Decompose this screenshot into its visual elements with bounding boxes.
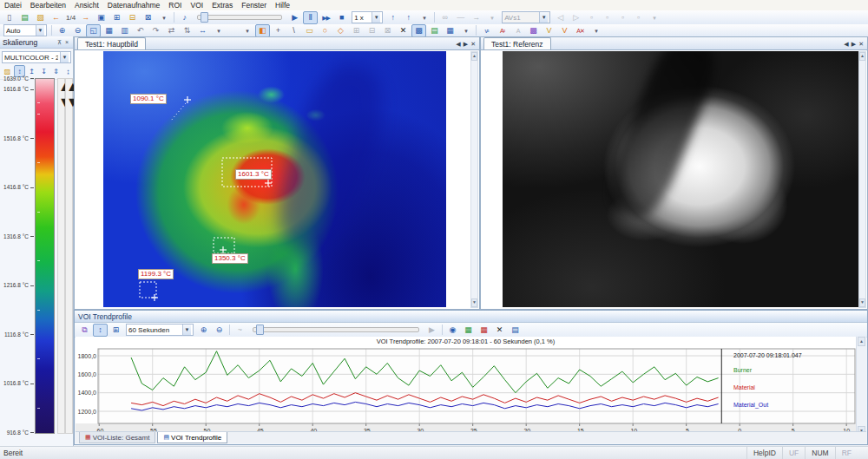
original-size-icon[interactable]: ▦ (102, 24, 116, 37)
save-icon[interactable]: ▣ (94, 11, 108, 24)
roi-matrix-icon[interactable]: ▦ (443, 24, 457, 37)
unlink-image-icon[interactable]: — (453, 11, 468, 24)
menu-item-datenaufnahme[interactable]: Datenaufnahme (103, 0, 165, 10)
resize-grip[interactable] (858, 447, 868, 459)
scroll-down-icon[interactable]: ▼ (471, 298, 477, 307)
aux-icon-5[interactable]: ▫ (615, 11, 630, 24)
menu-item-fenster[interactable]: Fenster (237, 0, 271, 10)
alarm-delete-icon[interactable]: A✕ (573, 24, 588, 37)
menu-item-hilfe[interactable]: Hilfe (271, 0, 294, 10)
zoom-out-icon[interactable]: ⊖ (70, 24, 85, 37)
temperature-annotation[interactable]: 1350.3 °C (212, 253, 248, 264)
trend-chart[interactable]: VOI Trendprofile: 2007-07-20 09:18:01 - … (76, 337, 856, 436)
show-points-icon[interactable]: ◉ (445, 324, 460, 337)
stop-button[interactable]: ■ (334, 11, 349, 24)
time-slider-thumb[interactable] (256, 325, 264, 335)
delete-roi-icon[interactable]: ✕ (396, 24, 411, 37)
temperature-annotation[interactable]: 1601.3 °C (235, 169, 272, 180)
import-icon[interactable]: ⊟ (125, 11, 140, 24)
scale-max-spinner[interactable]: ▲ ▼ (57, 78, 65, 434)
tab-voi-trendprofile[interactable]: ▤VOI Trendprofile (157, 432, 227, 443)
zoom-time-in-icon[interactable]: ⊕ (196, 324, 211, 337)
toolbar-overflow-icon[interactable]: ▾ (647, 11, 661, 24)
toolbar-overflow-icon[interactable]: ▾ (211, 24, 226, 37)
cursor-icon[interactable]: ~ (233, 324, 247, 337)
toolbar-overflow-icon[interactable]: ▾ (156, 11, 171, 24)
spin-up-icon[interactable]: ▲ (66, 79, 72, 95)
play-trend-icon[interactable]: ▶ (424, 324, 439, 337)
zoom-time-out-icon[interactable]: ⊖ (212, 324, 227, 337)
toolbar-overflow-icon[interactable]: ▾ (240, 24, 254, 37)
polygon-roi-icon[interactable]: ◇ (333, 24, 348, 37)
voi-palette-icon[interactable]: ▩ (526, 24, 541, 37)
open-folder-icon[interactable]: ▨ (33, 11, 48, 24)
menu-item-ansicht[interactable]: Ansicht (70, 0, 103, 10)
time-slider[interactable] (253, 327, 419, 332)
voi-profile-icon[interactable]: v² (479, 24, 494, 37)
menu-item-bearbeiten[interactable]: Bearbeiten (26, 0, 70, 10)
aux-icon-2[interactable]: ▷ (569, 11, 583, 24)
copy-roi-icon[interactable]: ⊞ (349, 24, 364, 37)
scroll-down-icon[interactable]: ▼ (859, 298, 865, 307)
speed-select[interactable]: 1 x▼ (352, 11, 383, 23)
export-excel-icon[interactable]: ▦ (461, 324, 476, 337)
avi-select[interactable]: AVs1▼ (502, 11, 550, 23)
temperature-annotation[interactable]: 1199.3 °C (138, 269, 174, 279)
temperature-annotation[interactable]: 1090.1 °C (130, 94, 167, 104)
jump-forward-icon[interactable]: → (78, 11, 93, 24)
menu-item-extras[interactable]: Extras (207, 0, 237, 10)
tab-scroll-left-icon[interactable]: ◀ (844, 41, 848, 48)
alarm-off-icon[interactable]: A (510, 24, 525, 37)
clear-trend-icon[interactable]: ✕ (492, 324, 507, 337)
tab-hauptbild[interactable]: Test1: Hauptbild (77, 37, 146, 49)
attach-roi-icon[interactable]: ◧ (255, 24, 270, 37)
voi-show-icon[interactable]: V (542, 24, 556, 37)
toolbar-overflow-icon[interactable]: ▾ (484, 11, 499, 24)
jump-back-icon[interactable]: ← (49, 11, 63, 24)
expand-scale-button[interactable]: ⇕ (50, 65, 62, 77)
toolbar-overflow-icon[interactable]: ▾ (589, 24, 603, 37)
export-icon[interactable]: ⊠ (141, 11, 155, 24)
vertical-scrollbar[interactable]: ▲ ▼ (858, 51, 866, 308)
compress-scale-button[interactable]: ↨ (62, 65, 74, 77)
tab-scroll-right-icon[interactable]: ▶ (852, 41, 856, 48)
flip-vertical-icon[interactable]: ⇅ (180, 24, 194, 37)
spin-up-icon[interactable]: ▲ (58, 79, 64, 95)
menu-item-roi[interactable]: ROI (164, 0, 186, 10)
flip-horizontal-icon[interactable]: ⇄ (164, 24, 179, 37)
alarm-profile-icon[interactable]: A² (495, 24, 510, 37)
aux-icon-6[interactable]: ▫ (631, 11, 646, 24)
close-icon[interactable]: ✕ (470, 41, 476, 48)
close-icon[interactable]: ✕ (858, 41, 864, 48)
toolbar-overflow-icon[interactable]: ▾ (417, 11, 431, 24)
tab-scroll-left-icon[interactable]: ◀ (456, 41, 460, 48)
spin-down-icon[interactable]: ▼ (58, 95, 64, 110)
scale-min-spinner[interactable]: ▲ ▼ (65, 78, 73, 434)
aux-icon-3[interactable]: ▫ (584, 11, 599, 24)
copy-icon[interactable]: ⊞ (109, 11, 124, 24)
new-file-icon[interactable]: ▯ (2, 11, 16, 24)
fullscreen-icon[interactable]: ▥ (117, 24, 132, 37)
zoom-in-icon[interactable]: ⊕ (55, 24, 69, 37)
profile-layers-icon[interactable]: ⧉ (77, 324, 92, 337)
marker-prev-icon[interactable]: ↑ (385, 11, 400, 24)
fast-forward-button[interactable]: ▶▶ (319, 11, 333, 24)
close-icon[interactable]: × (63, 39, 70, 45)
pause-button[interactable]: Ⅱ (303, 11, 318, 24)
tab-scroll-right-icon[interactable]: ▶ (464, 41, 468, 48)
duplicate-roi-icon[interactable]: ⊠ (380, 24, 395, 37)
audio-icon[interactable]: ♪ (177, 11, 192, 24)
tab-voi-liste-gesamt[interactable]: ▦VOI-Liste: Gesamt (79, 432, 155, 443)
autoscale-y-button[interactable]: ↕ (93, 324, 108, 337)
tab-referenz[interactable]: Test1: Referenz (483, 37, 551, 49)
seek-slider-thumb[interactable] (201, 12, 208, 23)
roi-properties-icon[interactable]: ▩ (411, 24, 426, 37)
aux-icon-1[interactable]: ◁ (553, 11, 568, 24)
rotate-right-icon[interactable]: ↷ (148, 24, 163, 37)
pan-icon[interactable]: ↔ (195, 24, 210, 37)
marker-next-icon[interactable]: ↑ (401, 11, 416, 24)
ellipse-roi-icon[interactable]: ○ (318, 24, 332, 37)
scroll-up-icon[interactable]: ▲ (858, 337, 865, 346)
export-chart-icon[interactable]: ▦ (477, 324, 491, 337)
roi-table-icon[interactable]: ▤ (427, 24, 442, 37)
